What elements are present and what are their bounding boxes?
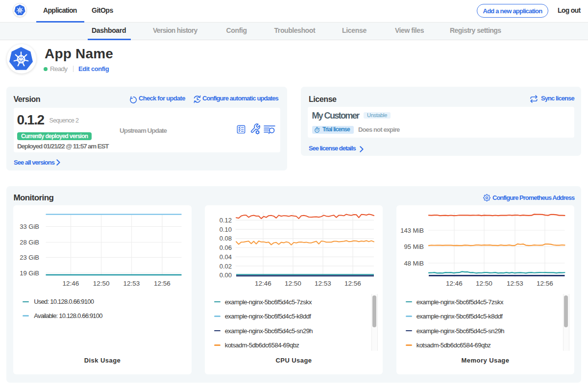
svg-text:0.04: 0.04 (220, 253, 232, 261)
svg-text:12:56: 12:56 (344, 280, 361, 287)
svg-text:0.02: 0.02 (220, 263, 232, 270)
svg-text:12:50: 12:50 (285, 280, 301, 287)
svg-text:12:50: 12:50 (93, 280, 110, 287)
svg-text:143 MiB: 143 MiB (400, 227, 424, 234)
svg-text:12:53: 12:53 (507, 280, 523, 287)
svg-text:19 GiB: 19 GiB (20, 269, 39, 277)
svg-text:48 MiB: 48 MiB (404, 260, 424, 267)
svg-text:12:46: 12:46 (255, 280, 271, 287)
svg-text:12:56: 12:56 (154, 280, 171, 287)
svg-text:23 GiB: 23 GiB (20, 254, 39, 261)
svg-text:28 GiB: 28 GiB (20, 239, 39, 246)
svg-text:12:53: 12:53 (123, 280, 140, 287)
svg-text:33 GiB: 33 GiB (20, 223, 39, 230)
svg-text:0.10: 0.10 (220, 226, 232, 233)
svg-text:12:46: 12:46 (63, 280, 79, 287)
svg-text:0.12: 0.12 (220, 217, 232, 224)
svg-text:12:56: 12:56 (537, 280, 553, 287)
svg-text:12:53: 12:53 (315, 280, 331, 287)
svg-text:0.00: 0.00 (220, 271, 232, 279)
svg-text:0.06: 0.06 (220, 244, 232, 251)
svg-text:12:46: 12:46 (446, 280, 463, 287)
svg-text:12:50: 12:50 (476, 280, 492, 287)
svg-text:95 MiB: 95 MiB (404, 243, 424, 250)
svg-text:0.08: 0.08 (220, 235, 232, 242)
